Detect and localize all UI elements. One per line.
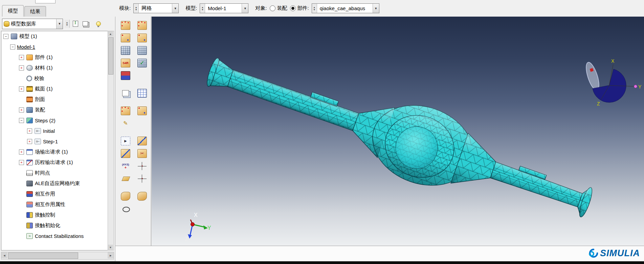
datum-point-xyz-button[interactable]: (XYZ)+ <box>118 160 133 172</box>
viewport-3d-scene[interactable]: X Y Z X Y Z <box>152 17 644 246</box>
meshed-part[interactable] <box>197 35 602 240</box>
seed-part-button[interactable] <box>118 19 133 31</box>
delete-seeds-button[interactable] <box>118 32 133 44</box>
tab-results[interactable]: 结果 <box>24 6 46 17</box>
attach-points-button[interactable] <box>118 203 133 215</box>
tree-item-calibrations[interactable]: 校验 <box>1 73 108 84</box>
model-combo[interactable]: ▲▼ Model-1 ▼ <box>200 3 248 13</box>
mesh-region-button[interactable] <box>135 44 149 56</box>
tree-item-label: Model-1 <box>17 44 35 50</box>
expander-icon[interactable] <box>19 55 24 60</box>
tree-item-step-initial[interactable]: Initial <box>1 126 108 136</box>
model-tree-panel: 模型数据库 ▼ ▲▼ 模型 (1) Model-1 部件 (1) 材料 (1) <box>0 17 115 261</box>
expander-icon[interactable] <box>19 107 24 113</box>
expander-icon[interactable] <box>27 128 32 134</box>
partition-face-button[interactable] <box>118 147 133 159</box>
partition-edge-button[interactable] <box>135 135 149 147</box>
module-value: 网格 <box>139 4 172 13</box>
toolbar-remnant <box>35 0 55 3</box>
model-database-combo[interactable]: 模型数据库 ▼ <box>2 19 63 29</box>
scroll-up-icon[interactable]: ▲ <box>108 31 113 37</box>
tree-item-model-1[interactable]: Model-1 <box>1 42 108 52</box>
tree-item-label: 场输出请求 (1) <box>35 149 68 155</box>
tree-item-contact-stabilizations[interactable]: Contact Stabilizations <box>1 231 108 241</box>
promote-page-button[interactable] <box>71 19 80 28</box>
tree-horizontal-scrollbar[interactable]: ◄ ► <box>1 252 114 260</box>
tree-item-steps[interactable]: Steps (2) <box>1 115 108 126</box>
collapse-edge-button[interactable] <box>135 105 149 117</box>
bulb-button[interactable] <box>94 19 103 28</box>
verify-mesh-button[interactable]: ✓ <box>135 57 149 69</box>
tree-item-field-output-requests[interactable]: 场输出请求 (1) <box>1 147 108 157</box>
expander-icon[interactable] <box>19 149 24 155</box>
scrollbar-thumb[interactable] <box>108 37 113 75</box>
windows-button[interactable] <box>81 19 89 28</box>
step-icon <box>35 139 41 144</box>
spinner-icon[interactable]: ▲▼ <box>134 4 139 13</box>
virtual-topology-button[interactable] <box>118 190 133 202</box>
mesh-associativity-button[interactable] <box>135 87 149 99</box>
seed-edges-button[interactable] <box>135 19 149 31</box>
compass-ring[interactable] <box>583 61 601 92</box>
module-combo[interactable]: ▲▼ 网格 ▼ <box>133 3 179 13</box>
repair-geometry-button[interactable] <box>135 190 149 202</box>
scroll-right-icon[interactable]: ► <box>108 252 114 259</box>
attach-points-icon <box>121 205 130 213</box>
tree-item-step-1[interactable]: Step-1 <box>1 136 108 147</box>
scrollbar-thumb[interactable] <box>8 252 78 259</box>
tree-item-interaction-properties[interactable]: 相互作用属性 <box>1 199 108 210</box>
chevron-down-icon[interactable]: ▼ <box>56 19 63 29</box>
radio-assembly-icon[interactable] <box>270 5 275 11</box>
tab-model[interactable]: 模型 <box>2 5 24 17</box>
tree-item-profiles[interactable]: 剖面 <box>1 94 108 105</box>
tree-item-materials[interactable]: 材料 (1) <box>1 63 108 73</box>
tree-item-contact-initializations[interactable]: 接触初始化 <box>1 220 108 231</box>
edit-mesh-button[interactable]: ✎ <box>118 117 133 129</box>
radio-part-icon[interactable] <box>290 5 296 11</box>
tree-item-sections[interactable]: 截面 (1) <box>1 84 108 94</box>
object-part-option[interactable]: 部件: <box>290 5 309 12</box>
expander-icon[interactable] <box>19 118 24 123</box>
tree-item-interactions[interactable]: 相互作用 <box>1 189 108 199</box>
mesh-part-button[interactable] <box>118 44 133 56</box>
select-tool-button[interactable]: ► <box>118 135 133 147</box>
repair-geometry-icon <box>137 192 147 201</box>
compass-y-handle[interactable] <box>634 85 637 88</box>
scroll-down-icon[interactable]: ▼ <box>108 245 113 250</box>
datum-axis-button[interactable] <box>135 160 149 172</box>
spinner-icon[interactable]: ▲▼ <box>312 4 317 13</box>
expander-icon[interactable] <box>27 139 32 144</box>
datum-plane-button[interactable] <box>118 172 133 184</box>
bottom-up-mesh-button[interactable] <box>118 105 133 117</box>
tree-item-parts[interactable]: 部件 (1) <box>1 52 108 63</box>
chevron-down-icon[interactable]: ▼ <box>373 4 379 13</box>
orientation-compass[interactable]: X Y Z <box>583 58 642 106</box>
expander-icon[interactable] <box>19 65 24 70</box>
mesh-controls-button[interactable] <box>135 32 149 44</box>
partition-cell-button[interactable]: ✂ <box>135 147 149 159</box>
tree-item-history-output-requests[interactable]: 历程输出请求 (1) <box>1 157 108 168</box>
copy-mesh-button[interactable] <box>118 87 133 99</box>
tree-item-ale-adaptive-mesh-constraints[interactable]: ALE自适应网格约束 <box>1 178 108 189</box>
expander-icon[interactable] <box>19 160 24 165</box>
tree-item-assembly[interactable]: 装配 <box>1 105 108 115</box>
chevron-down-icon[interactable]: ▼ <box>172 4 178 13</box>
tree-item-models[interactable]: 模型 (1) <box>1 31 108 42</box>
spinner-icon[interactable]: ▲▼ <box>200 4 205 13</box>
tree-vertical-scrollbar[interactable]: ▲ ▼ <box>108 31 114 250</box>
element-type-button[interactable]: S4R <box>118 57 133 69</box>
expander-icon[interactable] <box>19 86 24 92</box>
expander-icon[interactable] <box>3 34 8 39</box>
part-combo[interactable]: ▲▼ qiaoke_cae_abaqus ▼ <box>312 3 379 13</box>
chevron-down-icon[interactable]: ▼ <box>242 4 248 13</box>
tree-item-time-points[interactable]: 时间点 <box>1 168 108 178</box>
object-assembly-option[interactable]: 装配 <box>270 5 287 12</box>
stack-direction-button[interactable] <box>118 69 133 81</box>
bottom-up-mesh-icon <box>121 106 130 115</box>
tree-item-contact-controls[interactable]: 接触控制 <box>1 210 108 220</box>
spinner-icon[interactable]: ▲▼ <box>65 20 70 28</box>
expander-icon[interactable] <box>10 44 15 49</box>
viewport-canvas[interactable]: X Y Z X Y Z <box>152 17 644 246</box>
datum-csys-button[interactable] <box>135 172 149 184</box>
scroll-left-icon[interactable]: ◄ <box>1 252 7 259</box>
